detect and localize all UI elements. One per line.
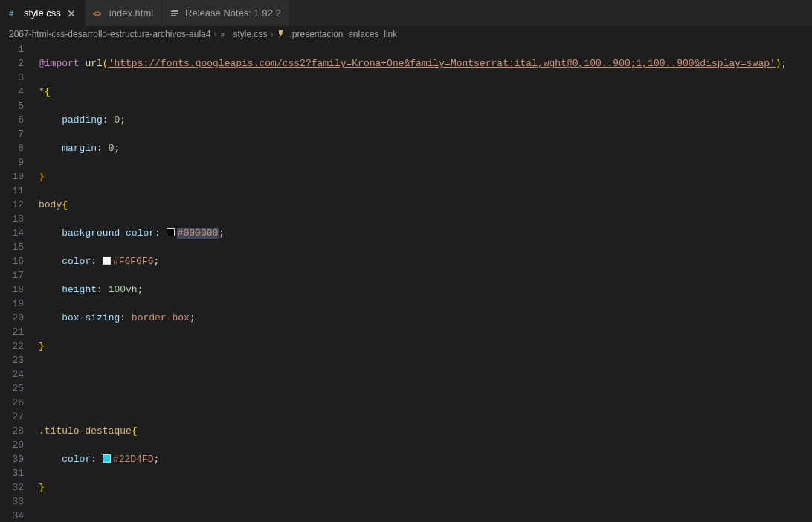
close-icon[interactable]: [65, 7, 77, 19]
color-swatch-icon: [103, 454, 111, 463]
tab-label: index.html: [109, 7, 153, 19]
val-boxsizing: border-box: [132, 312, 190, 323]
chevron-right-icon: ›: [270, 29, 273, 39]
html-file-icon: <>: [93, 7, 105, 19]
selector-body: body: [39, 199, 62, 210]
svg-text:<>: <>: [93, 10, 102, 18]
symbol-icon: [276, 29, 286, 39]
url-func: url: [85, 58, 102, 69]
css-file-icon: #: [219, 29, 230, 39]
breadcrumb: 2067-html-css-desarrollo-estructura-arch…: [0, 26, 812, 42]
tab-index-html[interactable]: <> index.html: [86, 0, 161, 26]
tab-label: Release Notes: 1.92.2: [185, 7, 281, 19]
breadcrumb-folder[interactable]: 2067-html-css-desarrollo-estructura-arch…: [9, 29, 210, 39]
prop-padding: padding: [62, 115, 103, 126]
code-editor[interactable]: 12345 678910 1112131415 1617181920 21222…: [0, 42, 812, 522]
val-color: #F6F6F6: [113, 256, 154, 267]
prop-color: color: [62, 256, 91, 267]
color-swatch-icon: [167, 228, 175, 236]
color-swatch-icon: [103, 257, 111, 265]
code-content[interactable]: @import url('https://fonts.googleapis.co…: [39, 42, 812, 522]
import-url: 'https://fonts.googleapis.com/css2?famil…: [109, 58, 776, 69]
chevron-right-icon: ›: [213, 29, 216, 39]
val-height-num: 100: [109, 284, 126, 295]
breadcrumb-file[interactable]: style.css: [233, 29, 267, 39]
prop-color: color: [62, 454, 91, 465]
tab-label: style.css: [24, 7, 61, 19]
at-import: @import: [39, 58, 80, 69]
breadcrumb-symbol[interactable]: .presentacion_enlaces_link: [289, 29, 397, 39]
selector-titulo: .titulo-destaque: [39, 425, 132, 436]
prop-bgcolor: background-color: [62, 228, 155, 239]
prop-boxsizing: box-sizing: [62, 312, 120, 323]
tab-release-notes[interactable]: Release Notes: 1.92.2: [161, 0, 289, 26]
val-height-unit: vh: [126, 284, 138, 295]
prop-height: height: [62, 284, 97, 295]
prop-margin: margin: [62, 143, 97, 154]
css-file-icon: #: [7, 7, 19, 19]
tab-style-css[interactable]: # style.css: [0, 0, 86, 26]
val-titulo-color: #22D4FD: [113, 454, 154, 465]
svg-text:#: #: [9, 9, 13, 18]
svg-text:#: #: [221, 30, 225, 39]
line-gutter: 12345 678910 1112131415 1617181920 21222…: [0, 42, 39, 522]
release-notes-icon: [169, 7, 181, 19]
tab-bar: # style.css <> index.html Release Notes:…: [0, 0, 812, 26]
selector-star: *: [39, 86, 45, 97]
val-bgcolor: #000000: [177, 228, 219, 239]
